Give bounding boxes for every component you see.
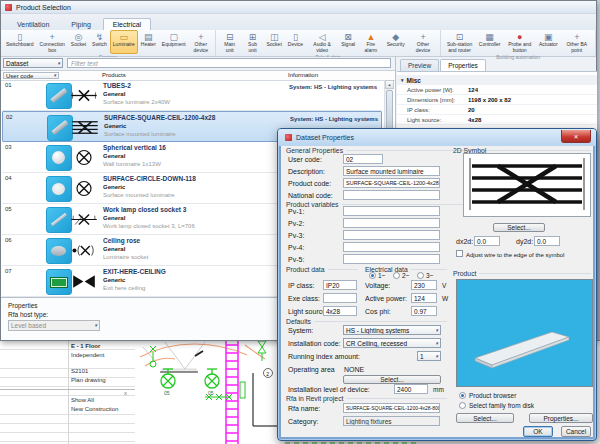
- select-family-label: Select family from disk: [469, 402, 534, 410]
- signal-button[interactable]: ⊠Signal: [338, 30, 358, 54]
- adjust-wire-checkbox[interactable]: [456, 250, 463, 257]
- socket-button[interactable]: ◫Socket: [263, 30, 284, 54]
- light-source-field[interactable]: 4x28: [323, 306, 357, 316]
- ip-class-field[interactable]: IP20: [323, 280, 357, 290]
- ribbon-button-label: Device: [288, 42, 303, 48]
- controller-button[interactable]: ▦Controller: [476, 30, 504, 54]
- filter-input[interactable]: [67, 58, 391, 68]
- dx2d-field[interactable]: 0.0: [474, 236, 500, 246]
- main-unit-button[interactable]: ⊟Main unit: [218, 30, 242, 54]
- pv-field[interactable]: [343, 230, 440, 240]
- operating-area-select-button[interactable]: Select...: [343, 375, 441, 384]
- scroll-up-icon[interactable]: ▲: [385, 80, 394, 89]
- phase-radio-3[interactable]: [417, 272, 424, 279]
- product-thumbnail: [46, 269, 72, 295]
- palette-row[interactable]: Plan drawing: [71, 377, 106, 384]
- property-group-header[interactable]: ▾ Misc: [397, 75, 597, 85]
- user-code-field[interactable]: 02: [343, 154, 383, 164]
- ok-button[interactable]: OK: [523, 426, 553, 437]
- description-field[interactable]: Surface mounted luminaire: [343, 166, 440, 176]
- property-value: 1198 x 200 x 82: [468, 97, 511, 103]
- cos-phi-field[interactable]: 0.97: [411, 306, 437, 316]
- phase-radio-1[interactable]: [369, 272, 376, 279]
- security-button[interactable]: ◆Security: [384, 30, 408, 54]
- sub-unit-button[interactable]: ⊞Sub unit: [242, 30, 264, 54]
- rfa-name-field[interactable]: SURFACE-SQUARE-CEIL-1200-4x28-8001: [343, 403, 440, 413]
- palette-row[interactable]: New Construction: [71, 406, 118, 413]
- product-information: System: HS - Lighting systems: [290, 116, 378, 122]
- tab-electrical[interactable]: Electrical: [103, 18, 151, 30]
- tab-properties[interactable]: Properties: [440, 59, 486, 71]
- probe-and-button-button[interactable]: ●Probe and button: [503, 30, 535, 54]
- pv-field[interactable]: [343, 218, 440, 228]
- product-description: Surface mounted luminaire: [104, 131, 176, 137]
- palette-row[interactable]: S2101: [71, 368, 88, 375]
- device-button[interactable]: ▯Device: [285, 30, 306, 54]
- connection-box-button[interactable]: +Connection box: [37, 30, 68, 54]
- user-code-header[interactable]: User code ▾: [3, 72, 59, 79]
- property-row[interactable]: IP class:20: [397, 105, 597, 115]
- dy2d-field[interactable]: 0.0: [534, 236, 560, 246]
- sub-station-and-router-button[interactable]: ⊡Sub-station and router: [443, 30, 475, 54]
- palette-row[interactable]: Independent: [71, 352, 104, 359]
- pv-field[interactable]: [343, 206, 440, 216]
- product-name: SURFACE-CIRCLE-DOWN-118: [103, 175, 196, 182]
- window-title: Product Selection: [16, 4, 71, 11]
- tab-ventilation[interactable]: Ventilation: [7, 18, 59, 30]
- switchboard-button[interactable]: ▯Switchboard: [3, 30, 37, 54]
- running-index-select[interactable]: 1▾: [417, 351, 441, 361]
- exe-class-field[interactable]: [323, 293, 357, 303]
- installation-code-select[interactable]: CR Ceiling, recessed▾: [343, 338, 441, 348]
- product-vendor: General: [103, 215, 125, 221]
- close-button[interactable]: ✕: [561, 130, 591, 143]
- luminaire-button[interactable]: ▭Luminaire: [110, 30, 138, 54]
- palette-row[interactable]: E - 1 Floor: [71, 343, 100, 350]
- actuator-button[interactable]: ▣Actuator: [536, 30, 561, 54]
- product-3d-preview[interactable]: [456, 279, 593, 387]
- phase-radio-2[interactable]: [393, 272, 400, 279]
- products-header[interactable]: Products: [102, 72, 126, 78]
- product-select-button[interactable]: Select...: [456, 413, 514, 423]
- select-family-radio[interactable]: [459, 402, 466, 409]
- dialog-titlebar[interactable]: Dataset Properties: [278, 129, 596, 146]
- palette-row[interactable]: Show All: [71, 397, 94, 404]
- rfa-host-type-select[interactable]: Level based ▾: [8, 320, 100, 331]
- user-code-cell: 02: [6, 114, 13, 120]
- window-titlebar[interactable]: Product Selection: [1, 1, 596, 14]
- fire-alarm-button[interactable]: ▲Fire alarm: [358, 30, 384, 54]
- equipment-button[interactable]: ▢Equipment: [159, 30, 189, 54]
- product-browser-radio[interactable]: [459, 392, 466, 399]
- symbol-select-button[interactable]: Select...: [493, 223, 545, 232]
- system-select[interactable]: HS - Lighting systems▾: [343, 325, 441, 335]
- user-code-label: User code:: [288, 156, 322, 164]
- property-row[interactable]: Dimensions [mm]:1198 x 200 x 82: [397, 95, 597, 105]
- socket-button[interactable]: ◎Socket: [68, 30, 89, 54]
- heater-button[interactable]: ▤Heater: [138, 30, 159, 54]
- other-device-button[interactable]: +Other device: [189, 30, 213, 54]
- property-row[interactable]: Active power [W]:124: [397, 85, 597, 95]
- information-header[interactable]: Information: [288, 72, 318, 78]
- other-device-button[interactable]: +Other device: [408, 30, 439, 54]
- close-icon[interactable]: x: [124, 390, 127, 396]
- table-row[interactable]: 01TUBES-2GeneralSurface luminaire 2x40WS…: [2, 80, 382, 111]
- active-power-field[interactable]: 124: [411, 293, 437, 303]
- other-ba-point-button[interactable]: +Other BA point: [561, 30, 593, 54]
- pv-label: Pv-1:: [288, 208, 304, 216]
- product-code-field[interactable]: SURFACE-SQUARE-CEIL-1200-4x28: [343, 178, 440, 188]
- pv-field[interactable]: [343, 242, 440, 252]
- pv-field[interactable]: [343, 254, 440, 264]
- switch-button[interactable]: ↯Switch: [89, 30, 110, 54]
- voltage-field[interactable]: 230: [411, 280, 437, 290]
- dataset-select[interactable]: Dataset ▾: [3, 58, 63, 68]
- national-code-field[interactable]: [343, 190, 440, 200]
- luminaire-symbol: [205, 369, 219, 388]
- cancel-button[interactable]: Cancel: [561, 426, 591, 437]
- installation-level-field[interactable]: 2400: [394, 384, 428, 394]
- property-row[interactable]: Light source:4x28: [397, 115, 597, 125]
- audio-video-button[interactable]: ◁Audio & video: [306, 30, 338, 54]
- product-properties-button[interactable]: Properties...: [529, 413, 593, 423]
- tab-piping[interactable]: Piping: [61, 18, 100, 30]
- tab-preview[interactable]: Preview: [400, 59, 439, 71]
- product-name: SURFACE-SQUARE-CEIL-1200-4x28: [104, 114, 215, 121]
- phase-label: 1~: [378, 272, 385, 280]
